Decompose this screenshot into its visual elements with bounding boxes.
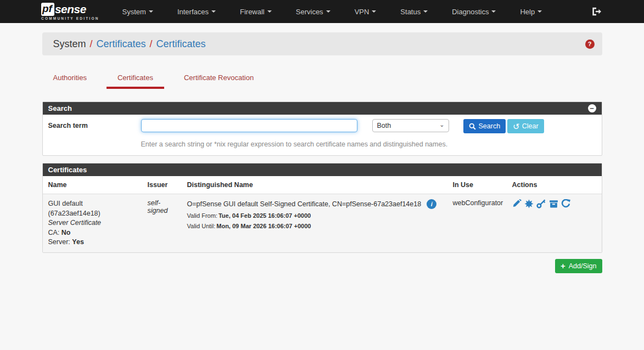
search-panel-title: Search <box>48 104 72 112</box>
breadcrumb-separator: / <box>90 38 93 50</box>
search-panel-header: Search − <box>43 102 602 115</box>
top-navbar: pf sense COMMUNITY EDITION System Interf… <box>0 0 644 23</box>
info-icon[interactable]: i <box>427 199 436 209</box>
search-term-label: Search term <box>48 119 141 129</box>
pfsense-logo-sense: sense <box>55 3 86 16</box>
nav-item-vpn[interactable]: VPN <box>347 0 384 23</box>
caret-down-icon <box>326 10 331 13</box>
caret-down-icon <box>372 10 376 13</box>
search-button[interactable]: Search <box>463 119 506 133</box>
renew-rotate-icon[interactable] <box>561 199 570 210</box>
certificate-dn: O=pfSense GUI default Self-Signed Certif… <box>187 200 422 209</box>
caret-down-icon <box>423 10 428 13</box>
plus-icon: + <box>561 262 565 270</box>
caret-down-icon <box>491 10 496 13</box>
nav-item-label: Services <box>296 8 323 16</box>
certificates-panel: Certificates Name Issuer Distinguished N… <box>42 163 602 253</box>
search-panel: Search − Search term Both ⌄ Sea <box>42 101 602 156</box>
breadcrumb-link-certificates[interactable]: Certificates <box>97 38 146 50</box>
column-header-in-use: In Use <box>447 176 507 194</box>
search-scope-select[interactable]: Both ⌄ <box>372 119 449 132</box>
search-input[interactable] <box>141 119 357 132</box>
valid-until-line: Valid Until:Mon, 09 Mar 2026 16:06:07 +0… <box>187 222 442 230</box>
certificate-in-use: webConfigurator <box>447 194 507 252</box>
clear-button[interactable]: ↺ Clear <box>507 119 544 133</box>
tab-bar: Authorities Certificates Certificate Rev… <box>42 70 602 89</box>
certificates-table: Name Issuer Distinguished Name In Use Ac… <box>43 176 602 252</box>
nav-item-label: Interfaces <box>177 8 209 16</box>
nav-item-help[interactable]: Help <box>512 0 550 23</box>
certificate-server-line: Server: Yes <box>48 238 137 247</box>
certificate-name-cell: GUI default (67a23aef14e18) Server Certi… <box>43 194 142 252</box>
tab-certificate-revocation[interactable]: Certificate Revocation <box>173 70 265 89</box>
caret-down-icon <box>267 10 272 13</box>
search-scope-dropdown[interactable]: Both <box>372 119 449 132</box>
pfsense-logo-pf: pf <box>41 3 54 16</box>
nav-item-status[interactable]: Status <box>393 0 435 23</box>
caret-down-icon <box>211 10 216 13</box>
nav-item-services[interactable]: Services <box>288 0 338 23</box>
search-icon <box>469 123 476 130</box>
pfsense-logo[interactable]: pf sense COMMUNITY EDITION <box>41 3 99 20</box>
nav-item-diagnostics[interactable]: Diagnostics <box>444 0 503 23</box>
help-icon[interactable]: ? <box>585 39 595 49</box>
logout-icon[interactable] <box>591 7 601 19</box>
main-menu: System Interfaces Firewall Services VPN … <box>115 0 559 23</box>
caret-down-icon <box>537 10 542 13</box>
nav-item-interfaces[interactable]: Interfaces <box>170 0 223 23</box>
column-header-distinguished-name: Distinguished Name <box>182 176 447 194</box>
certificate-seal-icon[interactable] <box>524 199 534 210</box>
community-edition-label: COMMUNITY EDITION <box>41 16 99 20</box>
column-header-name: Name <box>43 176 142 194</box>
nav-item-label: System <box>122 8 146 16</box>
certificate-dn-cell: O=pfSense GUI default Self-Signed Certif… <box>182 194 447 252</box>
certificate-actions-cell <box>507 194 602 252</box>
add-row: + Add/Sign <box>42 259 602 273</box>
breadcrumb-separator: / <box>150 38 153 50</box>
clear-button-label: Clear <box>522 122 539 130</box>
nav-item-label: Help <box>520 8 535 16</box>
add-sign-button[interactable]: + Add/Sign <box>555 259 602 273</box>
column-header-issuer: Issuer <box>142 176 182 194</box>
archive-icon[interactable] <box>549 199 558 210</box>
search-button-label: Search <box>479 122 501 130</box>
caret-down-icon <box>149 10 153 13</box>
nav-item-label: Firewall <box>240 8 265 16</box>
collapse-minus-icon[interactable]: − <box>588 104 596 112</box>
search-help-text: Enter a search string or *nix regular ex… <box>141 140 448 148</box>
table-header-row: Name Issuer Distinguished Name In Use Ac… <box>43 176 602 194</box>
key-icon[interactable] <box>536 199 546 210</box>
search-panel-body: Search term Both ⌄ Search ↺ <box>43 115 602 155</box>
add-sign-button-label: Add/Sign <box>569 262 597 270</box>
breadcrumb: System / Certificates / Certificates ? <box>42 32 602 55</box>
certificate-name: GUI default (67a23aef14e18) <box>48 199 137 218</box>
certificate-row: GUI default (67a23aef14e18) Server Certi… <box>43 194 602 252</box>
valid-from-line: Valid From:Tue, 04 Feb 2025 16:06:07 +00… <box>187 212 442 219</box>
certificate-issuer: self-signed <box>142 194 182 252</box>
tab-authorities[interactable]: Authorities <box>42 70 98 89</box>
certificate-type: Server Certificate <box>48 218 137 228</box>
column-header-actions: Actions <box>507 176 602 194</box>
certificates-panel-header: Certificates <box>43 163 602 176</box>
certificate-ca-line: CA: No <box>48 228 137 238</box>
undo-icon: ↺ <box>513 122 520 131</box>
nav-item-firewall[interactable]: Firewall <box>232 0 279 23</box>
nav-item-label: Diagnostics <box>452 8 489 16</box>
nav-item-label: Status <box>400 8 421 16</box>
breadcrumb-link-certificates-page[interactable]: Certificates <box>156 38 206 50</box>
breadcrumb-root: System <box>53 38 86 50</box>
certificates-panel-title: Certificates <box>48 166 87 174</box>
tab-certificates[interactable]: Certificates <box>107 70 164 89</box>
nav-item-system[interactable]: System <box>115 0 161 23</box>
edit-pencil-icon[interactable] <box>512 199 522 210</box>
nav-item-label: VPN <box>355 8 369 16</box>
